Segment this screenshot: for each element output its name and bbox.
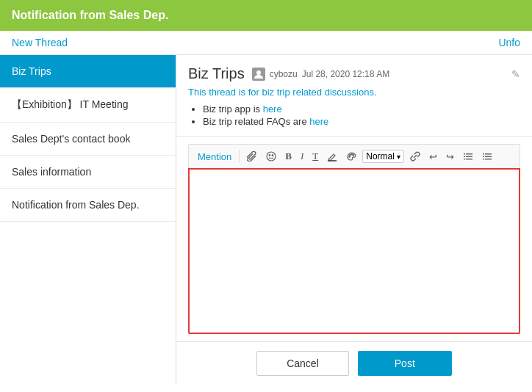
italic-button[interactable]: I [298,149,306,164]
cancel-button[interactable]: Cancel [256,351,349,376]
svg-rect-18 [483,153,484,155]
compose-input[interactable] [188,168,520,334]
sidebar-item-sales-info[interactable]: Sales information [0,156,176,189]
svg-point-2 [269,155,270,156]
biz-trip-app-link[interactable]: here [263,104,282,115]
compose-toolbar: Mention B I T [188,144,520,168]
font-size-select[interactable]: Normal ▾ [362,150,404,163]
more-button[interactable] [479,150,495,163]
svg-rect-17 [485,159,492,160]
toolbar-sep-1 [239,150,240,163]
compose-area: Mention B I T [176,137,532,341]
highlight-button[interactable] [324,150,340,163]
link-button[interactable] [407,150,423,163]
svg-point-5 [349,156,351,158]
content-area: Biz Trips cybozu Jul 28, 2020 12:18 AM ✎… [176,55,532,385]
svg-rect-12 [464,153,465,155]
list-button[interactable] [460,150,476,163]
biz-trip-faq-link[interactable]: here [309,116,328,127]
attachment-button[interactable] [244,150,260,163]
thread-author: cybozu [270,69,298,79]
thread-link-1: Biz trip app is here [203,104,520,115]
sidebar-item-biz-trips[interactable]: Biz Trips [0,55,176,88]
thread-description: This thread is for biz trip related disc… [188,87,520,98]
svg-rect-20 [483,159,484,160]
svg-rect-9 [466,153,472,155]
underline-button[interactable]: T [309,149,321,164]
bold-button[interactable]: B [282,149,295,164]
thread-meta: cybozu Jul 28, 2020 12:18 AM [252,68,389,81]
thread-header: Biz Trips cybozu Jul 28, 2020 12:18 AM ✎… [176,55,532,137]
sidebar: Biz Trips 【Exhibition】 IT Meeting Sales … [0,55,176,385]
svg-point-6 [350,154,351,156]
dropdown-arrow-icon: ▾ [397,153,400,161]
svg-point-3 [272,155,273,156]
edit-icon[interactable]: ✎ [511,68,520,80]
svg-rect-15 [485,153,492,155]
post-button[interactable]: Post [358,351,452,376]
thread-link-2: Biz trip related FAQs are here [203,116,520,127]
compose-footer: Cancel Post [176,341,532,385]
undo-button[interactable]: ↩ [426,150,440,164]
sidebar-item-contact-book[interactable]: Sales Dept's contact book [0,123,176,156]
svg-point-8 [353,155,354,156]
svg-rect-14 [464,159,465,160]
unfollow-link[interactable]: Unfo [498,37,520,48]
thread-links: Biz trip app is here Biz trip related FA… [188,104,520,127]
main-layout: Biz Trips 【Exhibition】 IT Meeting Sales … [0,55,532,385]
svg-point-0 [256,70,261,75]
sidebar-item-it-meeting[interactable]: 【Exhibition】 IT Meeting [0,88,176,123]
emoji-button[interactable] [263,150,279,163]
app-header: Notification from Sales Dep. [0,0,532,31]
color-button[interactable] [343,150,359,163]
new-thread-link[interactable]: New Thread [12,37,68,48]
thread-date: Jul 28, 2020 12:18 AM [302,69,389,79]
redo-button[interactable]: ↪ [443,150,457,164]
svg-point-1 [267,152,276,161]
svg-rect-13 [464,156,465,158]
mention-button[interactable]: Mention [195,150,234,164]
svg-rect-10 [466,156,472,158]
sidebar-item-notification[interactable]: Notification from Sales Dep. [0,189,176,222]
svg-point-7 [351,153,353,155]
top-bar: New Thread Unfo [0,31,532,55]
thread-title: Biz Trips [188,65,245,82]
header-title: Notification from Sales Dep. [12,9,168,21]
svg-rect-19 [483,156,484,158]
svg-rect-11 [466,159,472,160]
svg-rect-16 [485,156,492,158]
avatar-icon [252,68,265,81]
